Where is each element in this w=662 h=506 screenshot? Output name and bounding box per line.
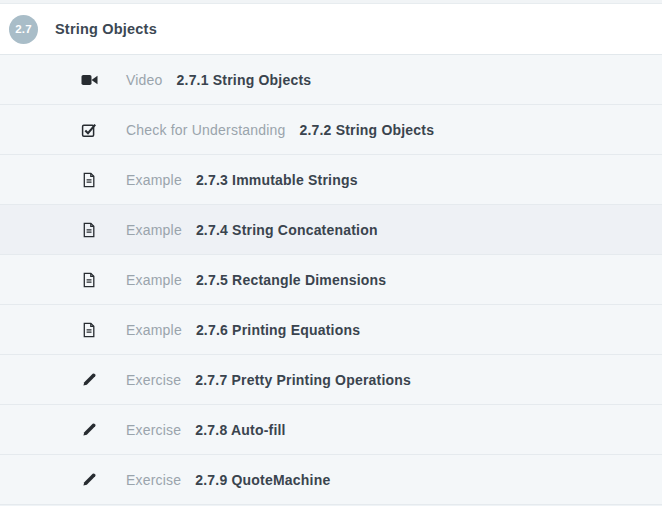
item-type-label: Exercise	[126, 472, 181, 488]
pencil-icon	[80, 471, 98, 489]
document-icon	[80, 321, 98, 339]
lesson-item-row[interactable]: Exercise 2.7.8 Auto-fill	[0, 405, 662, 455]
pencil-icon	[80, 421, 98, 439]
lesson-item-row[interactable]: Example 2.7.4 String Concatenation	[0, 205, 662, 255]
item-title[interactable]: 2.7.5 Rectangle Dimensions	[196, 272, 386, 288]
lesson-item-row[interactable]: Example 2.7.6 Printing Equations	[0, 305, 662, 355]
item-title[interactable]: 2.7.9 QuoteMachine	[195, 472, 330, 488]
lesson-item-row[interactable]: Video 2.7.1 String Objects	[0, 55, 662, 105]
item-title[interactable]: 2.7.6 Printing Equations	[196, 322, 360, 338]
item-type-label: Check for Understanding	[126, 122, 285, 138]
lesson-item-row[interactable]: Exercise 2.7.7 Pretty Printing Operation…	[0, 355, 662, 405]
lesson-item-row[interactable]: Check for Understanding 2.7.2 String Obj…	[0, 105, 662, 155]
item-type-label: Example	[126, 322, 182, 338]
pencil-icon	[80, 371, 98, 389]
item-title[interactable]: 2.7.2 String Objects	[299, 122, 434, 138]
item-title[interactable]: 2.7.3 Immutable Strings	[196, 172, 358, 188]
lesson-item-row[interactable]: Exercise 2.7.9 QuoteMachine	[0, 455, 662, 505]
lesson-item-row[interactable]: Example 2.7.3 Immutable Strings	[0, 155, 662, 205]
item-type-label: Example	[126, 172, 182, 188]
item-type-label: Video	[126, 72, 163, 88]
lesson-items-list: Video 2.7.1 String Objects	[0, 55, 662, 505]
item-title[interactable]: 2.7.1 String Objects	[177, 72, 312, 88]
item-type-label: Example	[126, 272, 182, 288]
document-icon	[80, 221, 98, 239]
item-title[interactable]: 2.7.8 Auto-fill	[195, 422, 285, 438]
item-type-label: Exercise	[126, 422, 181, 438]
document-icon	[80, 171, 98, 189]
section-header[interactable]: 2.7 String Objects	[0, 4, 662, 55]
check-icon	[80, 121, 98, 139]
section-title: String Objects	[55, 21, 157, 37]
lesson-item-row[interactable]: Example 2.7.5 Rectangle Dimensions	[0, 255, 662, 305]
video-icon	[80, 71, 98, 89]
section-number-badge: 2.7	[9, 15, 38, 44]
item-type-label: Example	[126, 222, 182, 238]
item-title[interactable]: 2.7.7 Pretty Printing Operations	[195, 372, 411, 388]
lesson-list-panel: 2.7 String Objects	[0, 0, 662, 506]
item-title[interactable]: 2.7.4 String Concatenation	[196, 222, 378, 238]
document-icon	[80, 271, 98, 289]
item-type-label: Exercise	[126, 372, 181, 388]
